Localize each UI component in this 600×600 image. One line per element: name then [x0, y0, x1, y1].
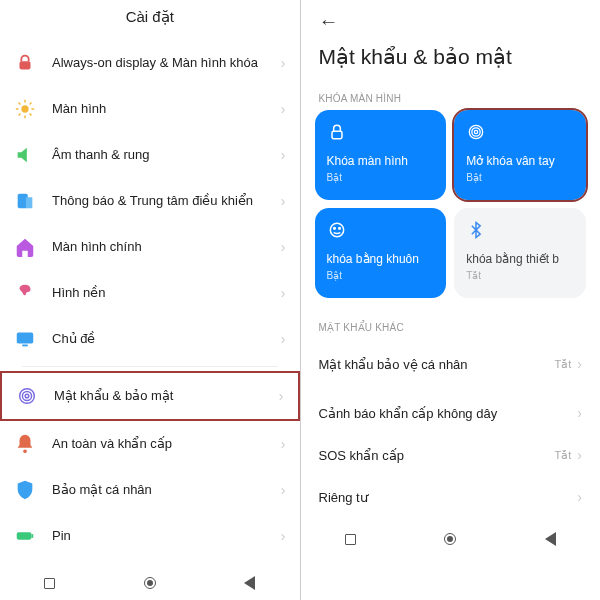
- tile-status: Bật: [327, 172, 435, 183]
- chevron-right-icon: ›: [281, 101, 286, 117]
- chevron-right-icon: ›: [281, 147, 286, 163]
- android-nav-bar: [0, 566, 300, 600]
- row-sos[interactable]: SOS khẩn cấp Tắt ›: [301, 434, 601, 476]
- item-label: Mật khẩu & bảo mật: [54, 388, 279, 405]
- tile-label: khóa bằng thiết b: [466, 252, 574, 266]
- svg-line-6: [19, 103, 21, 105]
- svg-rect-20: [332, 131, 342, 139]
- wallpaper-icon: [14, 282, 36, 304]
- chevron-right-icon: ›: [281, 331, 286, 347]
- recent-apps-button[interactable]: [345, 534, 356, 545]
- item-label: Always-on display & Màn hình khóa: [52, 55, 281, 72]
- fingerprint-icon: [466, 122, 574, 144]
- tile-screen-lock[interactable]: Khóa màn hình Bật: [315, 110, 447, 200]
- lock-tiles-grid: Khóa màn hình Bật Mở khóa vân tay Bật kh…: [301, 110, 601, 298]
- chevron-right-icon: ›: [577, 405, 582, 421]
- security-pane: ← Mật khẩu & bảo mật KHÓA MÀN HÌNH Khóa …: [301, 0, 601, 600]
- tile-label: Mở khóa vân tay: [466, 154, 574, 168]
- tile-fingerprint-unlock[interactable]: Mở khóa vân tay Bật: [454, 110, 586, 200]
- sidebar-item-sound[interactable]: Âm thanh & rung ›: [0, 132, 300, 178]
- svg-point-24: [330, 223, 343, 236]
- chevron-right-icon: ›: [281, 55, 286, 71]
- back-button[interactable]: [244, 576, 255, 590]
- tile-device-unlock[interactable]: khóa bằng thiết b Tắt: [454, 208, 586, 298]
- svg-point-15: [22, 391, 31, 400]
- chevron-right-icon: ›: [577, 489, 582, 505]
- svg-line-9: [19, 114, 21, 116]
- item-label: Thông báo & Trung tâm điều khiển: [52, 193, 281, 210]
- recent-apps-button[interactable]: [44, 578, 55, 589]
- svg-rect-0: [20, 61, 31, 69]
- bluetooth-icon: [466, 220, 574, 242]
- item-label: Hình nền: [52, 285, 281, 302]
- settings-pane: Cài đặt Always-on display & Màn hình khó…: [0, 0, 300, 600]
- svg-rect-11: [26, 197, 32, 208]
- android-nav-bar: [301, 522, 601, 556]
- shield-icon: [14, 479, 36, 501]
- row-label: SOS khẩn cấp: [319, 448, 555, 463]
- row-label: Riêng tư: [319, 490, 578, 505]
- svg-point-17: [23, 450, 27, 454]
- row-status: Tắt: [555, 358, 572, 371]
- padlock-icon: [327, 122, 435, 144]
- sun-icon: [14, 98, 36, 120]
- sidebar-item-themes[interactable]: Chủ đề ›: [0, 316, 300, 362]
- svg-line-7: [30, 114, 32, 116]
- divider: [22, 366, 278, 367]
- svg-line-8: [30, 103, 32, 105]
- sidebar-item-emergency[interactable]: An toàn và khẩn cấp ›: [0, 421, 300, 467]
- page-title: Cài đặt: [0, 0, 300, 40]
- sidebar-item-aod[interactable]: Always-on display & Màn hình khóa ›: [0, 40, 300, 86]
- tile-status: Bật: [466, 172, 574, 183]
- home-button[interactable]: [144, 577, 156, 589]
- chevron-right-icon: ›: [279, 388, 284, 404]
- svg-rect-13: [22, 345, 28, 347]
- sound-icon: [14, 144, 36, 166]
- section-label-screenlock: KHÓA MÀN HÌNH: [301, 87, 601, 110]
- tile-face-unlock[interactable]: khóa bằng khuôn Bật: [315, 208, 447, 298]
- sidebar-item-battery[interactable]: Pin ›: [0, 513, 300, 559]
- section-label-other: MẬT KHẨU KHÁC: [301, 316, 601, 339]
- svg-point-1: [21, 105, 28, 112]
- face-icon: [327, 220, 435, 242]
- item-label: Chủ đề: [52, 331, 281, 348]
- lock-icon: [14, 52, 36, 74]
- svg-rect-12: [17, 333, 34, 344]
- sidebar-item-security[interactable]: Mật khẩu & bảo mật ›: [0, 371, 300, 421]
- item-label: Màn hình chính: [52, 239, 281, 256]
- chevron-right-icon: ›: [281, 285, 286, 301]
- sidebar-item-wallpaper[interactable]: Hình nền ›: [0, 270, 300, 316]
- home-button[interactable]: [444, 533, 456, 545]
- row-label: Mật khẩu bảo vệ cá nhân: [319, 357, 555, 372]
- row-emergency-alert[interactable]: Cảnh báo khẩn cấp không dây ›: [301, 385, 601, 434]
- svg-point-26: [338, 228, 340, 230]
- svg-point-25: [333, 228, 335, 230]
- row-privacy-password[interactable]: Mật khẩu bảo vệ cá nhân Tắt ›: [301, 343, 601, 385]
- sidebar-item-display[interactable]: Màn hình ›: [0, 86, 300, 132]
- back-button[interactable]: [545, 532, 556, 546]
- battery-icon: [14, 525, 36, 547]
- chevron-right-icon: ›: [281, 482, 286, 498]
- row-label: Cảnh báo khẩn cấp không dây: [319, 406, 572, 421]
- sidebar-item-home[interactable]: Màn hình chính ›: [0, 224, 300, 270]
- chevron-right-icon: ›: [281, 239, 286, 255]
- sidebar-item-notifications[interactable]: Thông báo & Trung tâm điều khiển ›: [0, 178, 300, 224]
- chevron-right-icon: ›: [577, 356, 582, 372]
- chevron-right-icon: ›: [281, 193, 286, 209]
- item-label: Âm thanh & rung: [52, 147, 281, 164]
- back-arrow-icon[interactable]: ←: [315, 6, 339, 35]
- item-label: Pin: [52, 528, 281, 545]
- row-privacy[interactable]: Riêng tư ›: [301, 476, 601, 518]
- tile-status: Bật: [327, 270, 435, 281]
- svg-rect-18: [17, 532, 32, 539]
- tile-label: khóa bằng khuôn: [327, 252, 435, 266]
- item-label: Màn hình: [52, 101, 281, 118]
- svg-rect-19: [31, 534, 33, 538]
- settings-list: Always-on display & Màn hình khóa › Màn …: [0, 40, 300, 566]
- home-icon: [14, 236, 36, 258]
- sidebar-item-privacy[interactable]: Bảo mật cá nhân ›: [0, 467, 300, 513]
- svg-point-16: [25, 394, 29, 398]
- theme-icon: [14, 328, 36, 350]
- fingerprint-icon: [16, 385, 38, 407]
- bell-icon: [14, 433, 36, 455]
